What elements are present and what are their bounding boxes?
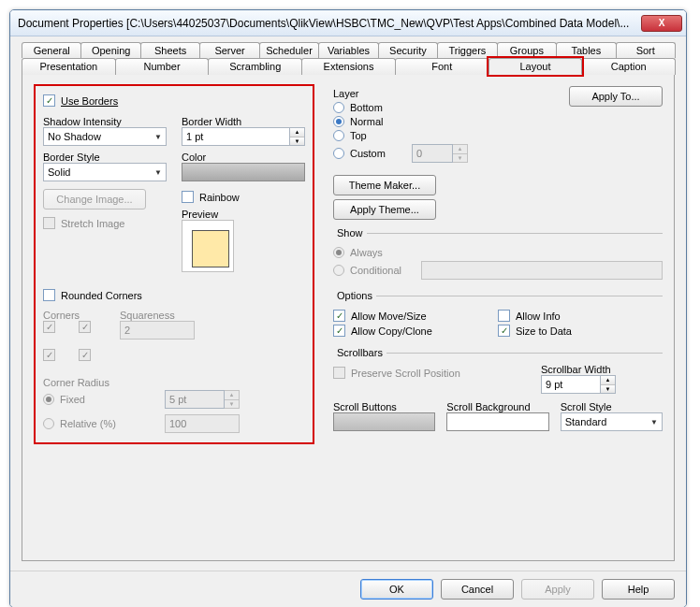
dialog-button-bar: OK Cancel Apply Help — [10, 571, 686, 607]
close-button[interactable]: X — [641, 15, 682, 32]
cancel-button[interactable]: Cancel — [441, 579, 514, 600]
chevron-down-icon: ▼ — [650, 418, 658, 426]
tab-presentation[interactable]: Presentation — [22, 58, 116, 75]
dialog-content: General Opening Sheets Server Scheduler … — [10, 36, 686, 571]
rounded-corners-label: Rounded Corners — [61, 290, 142, 301]
show-always-radio — [333, 247, 344, 258]
tab-scheduler[interactable]: Scheduler — [259, 42, 319, 58]
tab-opening[interactable]: Opening — [80, 42, 140, 58]
spinner-down-icon: ▼ — [225, 400, 239, 409]
apply-button[interactable]: Apply — [521, 579, 594, 600]
corner-radius-fixed-radio — [43, 394, 54, 405]
spinner-up-icon: ▲ — [453, 145, 467, 154]
tab-triggers[interactable]: Triggers — [437, 42, 497, 58]
tab-variables[interactable]: Variables — [318, 42, 378, 58]
show-group-label: Show — [333, 227, 367, 238]
allow-info-label: Allow Info — [516, 311, 561, 322]
layer-normal-radio[interactable] — [333, 116, 344, 127]
corner-radius-label: Corner Radius — [43, 377, 305, 388]
window-title: Document Properties [C:\Users\44025037\D… — [18, 17, 641, 30]
tab-groups[interactable]: Groups — [497, 42, 557, 58]
tab-server[interactable]: Server — [199, 42, 259, 58]
corner-radius-relative-radio — [43, 418, 54, 429]
allow-copy-checkbox[interactable]: ✓ — [333, 325, 345, 337]
border-style-label: Border Style — [43, 152, 167, 163]
dialog-window: Document Properties [C:\Users\44025037\D… — [9, 9, 687, 607]
change-image-button[interactable]: Change Image... — [43, 189, 146, 210]
theme-maker-button[interactable]: Theme Maker... — [333, 175, 436, 195]
tab-caption[interactable]: Caption — [581, 58, 676, 75]
rounded-corners-checkbox[interactable] — [43, 289, 55, 301]
apply-theme-button[interactable]: Apply Theme... — [333, 199, 436, 220]
tab-sort[interactable]: Sort — [616, 42, 676, 58]
scrollbar-width-value[interactable]: 9 pt — [541, 375, 601, 394]
allow-info-checkbox[interactable] — [498, 310, 510, 322]
spinner-up-icon[interactable]: ▲ — [601, 376, 615, 385]
ok-button[interactable]: OK — [360, 579, 433, 600]
scroll-style-select[interactable]: Standard ▼ — [561, 412, 663, 431]
layer-top-radio[interactable] — [333, 130, 344, 141]
scrollbar-width-label: Scrollbar Width — [541, 364, 663, 375]
layer-top-label: Top — [350, 130, 367, 141]
rainbow-checkbox[interactable] — [182, 191, 194, 203]
preserve-scroll-label: Preserve Scroll Position — [351, 368, 460, 379]
color-label: Color — [182, 152, 305, 163]
shadow-intensity-select[interactable]: No Shadow ▼ — [43, 127, 167, 146]
size-to-data-checkbox[interactable]: ✓ — [498, 325, 510, 337]
chevron-down-icon: ▼ — [154, 133, 162, 141]
border-width-value[interactable]: 1 pt — [182, 127, 290, 146]
spinner-down-icon[interactable]: ▼ — [290, 137, 304, 146]
tab-tables[interactable]: Tables — [556, 42, 616, 58]
scroll-buttons-label: Scroll Buttons — [333, 401, 435, 412]
use-borders-checkbox[interactable]: ✓ — [43, 94, 55, 107]
scroll-buttons-color[interactable] — [333, 412, 435, 431]
options-group: Options ✓Allow Move/Size ✓Allow Copy/Clo… — [333, 290, 663, 340]
borders-group-highlight: ✓ Use Borders Shadow Intensity No Shadow… — [34, 84, 314, 444]
relative-label: Relative (%) — [60, 418, 116, 429]
border-width-spinner[interactable]: 1 pt ▲▼ — [182, 127, 305, 146]
shadow-intensity-value: No Shadow — [48, 131, 101, 142]
layer-bottom-radio[interactable] — [333, 102, 344, 113]
tab-font[interactable]: Font — [395, 58, 489, 75]
corners-label: Corners — [43, 310, 97, 321]
tab-layout[interactable]: Layout — [489, 58, 583, 75]
border-style-select[interactable]: Solid ▼ — [43, 163, 167, 181]
border-color-swatch[interactable] — [182, 163, 305, 181]
squareness-input: 2 — [120, 321, 195, 340]
tab-security[interactable]: Security — [378, 42, 438, 58]
squareness-label: Squareness — [120, 310, 305, 321]
rainbow-label: Rainbow — [199, 192, 240, 203]
spinner-up-icon[interactable]: ▲ — [290, 128, 304, 137]
show-conditional-radio — [333, 265, 344, 276]
corner-radius-relative-input: 100 — [165, 414, 240, 433]
preserve-scroll-checkbox — [333, 367, 345, 379]
chevron-down-icon: ▼ — [154, 168, 162, 177]
title-bar: Document Properties [C:\Users\44025037\D… — [10, 10, 686, 36]
tab-number[interactable]: Number — [115, 58, 210, 75]
preview-label: Preview — [182, 209, 305, 220]
stretch-image-label: Stretch Image — [61, 218, 124, 229]
tab-extensions[interactable]: Extensions — [301, 58, 396, 75]
layer-custom-radio[interactable] — [333, 148, 344, 159]
layout-panel: ✓ Use Borders Shadow Intensity No Shadow… — [22, 75, 675, 561]
tab-scrambling[interactable]: Scrambling — [208, 58, 302, 75]
spinner-down-icon[interactable]: ▼ — [601, 385, 615, 394]
layer-custom-label: Custom — [350, 148, 406, 159]
scrollbars-group-label: Scrollbars — [333, 347, 386, 358]
tab-sheets[interactable]: Sheets — [140, 42, 200, 58]
help-button[interactable]: Help — [602, 579, 675, 600]
scroll-background-color[interactable] — [446, 412, 548, 431]
spinner-down-icon: ▼ — [453, 154, 467, 163]
show-group: Show Always Conditional — [333, 227, 663, 282]
tabs-row-1: General Opening Sheets Server Scheduler … — [22, 42, 675, 58]
apply-to-button[interactable]: Apply To... — [569, 86, 663, 107]
tab-general[interactable]: General — [22, 42, 81, 58]
border-width-label: Border Width — [182, 116, 305, 127]
layer-custom-value: 0 — [412, 144, 453, 163]
allow-move-checkbox[interactable]: ✓ — [333, 310, 345, 322]
show-always-label: Always — [350, 247, 383, 258]
scroll-background-label: Scroll Background — [446, 401, 548, 412]
fixed-label: Fixed — [60, 394, 85, 405]
allow-move-label: Allow Move/Size — [351, 311, 427, 322]
scrollbar-width-spinner[interactable]: 9 pt ▲▼ — [541, 375, 616, 394]
